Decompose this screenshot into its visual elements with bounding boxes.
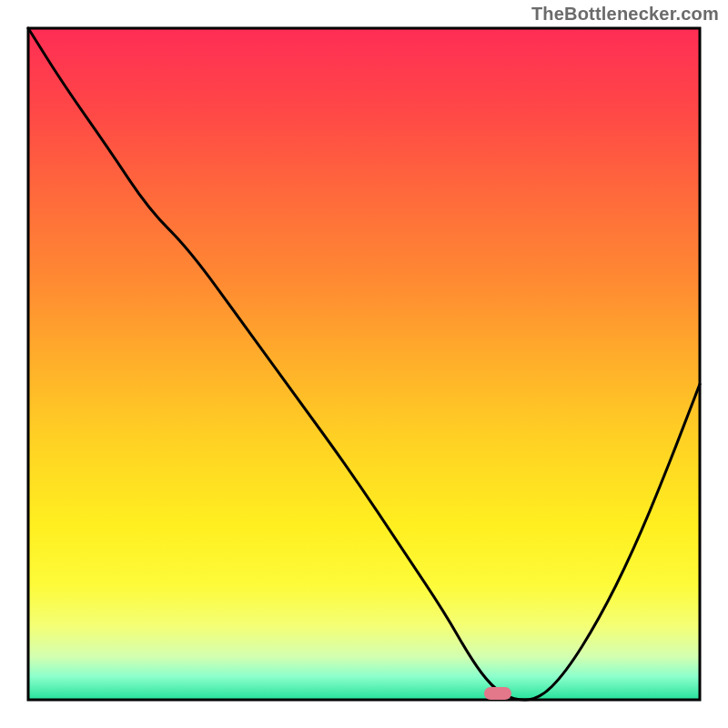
plot-area <box>28 28 700 700</box>
chart-container: TheBottlenecker.com <box>0 0 728 728</box>
bottleneck-chart <box>0 0 728 728</box>
optimal-marker <box>484 687 511 700</box>
attribution-label: TheBottlenecker.com <box>531 4 719 25</box>
